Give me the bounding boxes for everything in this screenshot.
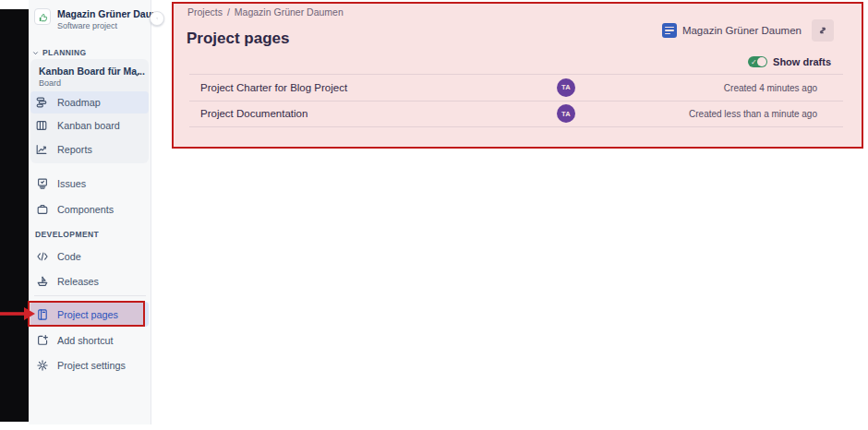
confluence-space-button[interactable]: Magazin Grüner Daumen [658, 20, 805, 41]
page-row-title[interactable]: Project Charter for Blog Project [200, 82, 347, 93]
sidebar-item-components[interactable]: Components [30, 198, 149, 221]
board-switcher-name[interactable]: Kanban Board für Ma... [39, 66, 145, 77]
breadcrumb: Projects / Magazin Grüner Daumen [187, 6, 344, 18]
project-type: Software project [57, 21, 153, 30]
reports-icon [35, 143, 48, 156]
space-button-label: Magazin Grüner Daumen [682, 25, 802, 36]
development-section-heading: DEVELOPMENT [35, 230, 99, 239]
chevron-down-icon [31, 49, 40, 57]
page-row[interactable]: Project Charter for Blog Project TA Crea… [189, 75, 843, 102]
page-row-title[interactable]: Project Documentation [200, 108, 307, 119]
sidebar-item-releases[interactable]: Releases [30, 270, 149, 293]
project-name: Magazin Grüner Daum... [57, 8, 153, 19]
sidebar-collapse-button[interactable] [150, 11, 164, 26]
issues-icon [36, 177, 49, 190]
gear-icon [36, 359, 49, 372]
left-black-strip [0, 9, 29, 422]
sidebar-item-code[interactable]: Code [30, 245, 149, 268]
sidebar-item-kanban-board[interactable]: Kanban board [30, 114, 149, 137]
thumbs-up-icon [37, 11, 49, 23]
project-header[interactable]: Magazin Grüner Daum... Software project [34, 8, 153, 30]
sidebar-item-project-pages[interactable]: Project pages [30, 302, 149, 327]
show-drafts-label: Show drafts [773, 56, 831, 67]
sidebar-item-add-shortcut[interactable]: Add shortcut [30, 329, 149, 352]
sidebar-item-reports[interactable]: Reports [30, 138, 149, 161]
sync-arrows-icon [817, 24, 828, 37]
avatar[interactable]: TA [557, 78, 575, 97]
chevron-left-icon [156, 14, 158, 23]
sidebar-divider [34, 295, 146, 296]
roadmap-icon [35, 96, 48, 109]
pages-icon [36, 308, 49, 321]
page-title: Project pages [187, 30, 290, 48]
breadcrumb-project-name[interactable]: Magazin Grüner Daumen [235, 6, 344, 18]
sidebar-item-project-settings[interactable]: Project settings [30, 354, 149, 376]
components-icon [36, 203, 49, 216]
breadcrumb-projects[interactable]: Projects [187, 6, 223, 18]
board-switcher-card: Kanban Board für Ma... Board Roadmap Kan… [30, 59, 149, 163]
page-row[interactable]: Project Documentation TA Created less th… [189, 102, 843, 128]
sidebar-item-issues[interactable]: Issues [30, 173, 149, 195]
header-actions: Magazin Grüner Daumen [658, 19, 834, 42]
page-icon [662, 23, 677, 38]
board-switcher-sublabel: Board [39, 78, 61, 88]
chevron-down-icon[interactable] [132, 69, 142, 79]
toggle-knob [757, 57, 766, 66]
show-drafts-control: ✓ Show drafts [748, 56, 831, 67]
avatar[interactable]: TA [557, 104, 575, 123]
page-row-created: Created less than a minute ago [689, 109, 817, 119]
kanban-board-icon [35, 119, 48, 132]
sidebar-item-roadmap[interactable]: Roadmap [30, 91, 149, 113]
add-shortcut-icon [36, 334, 49, 347]
show-drafts-toggle[interactable]: ✓ [748, 56, 767, 67]
code-icon [36, 250, 49, 263]
sidebar: Magazin Grüner Daum... Software project … [29, 0, 151, 424]
sync-button[interactable] [812, 19, 834, 42]
planning-section-heading[interactable]: PLANNING [31, 48, 87, 57]
check-icon: ✓ [751, 57, 757, 67]
page-row-created: Created 4 minutes ago [724, 82, 817, 92]
releases-icon [36, 275, 49, 288]
breadcrumb-separator: / [227, 6, 230, 18]
project-pages-list: Project Charter for Blog Project TA Crea… [189, 74, 843, 127]
project-logo [34, 8, 51, 25]
